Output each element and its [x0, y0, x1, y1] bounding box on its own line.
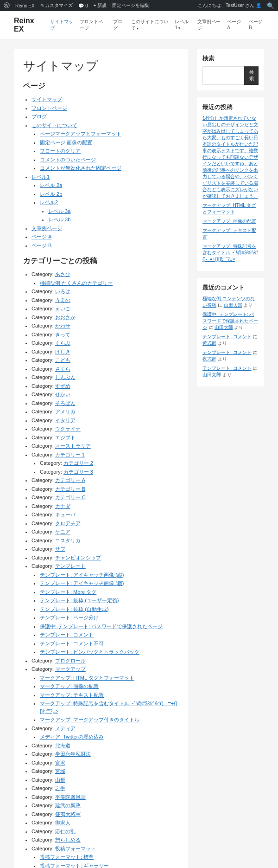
- search-input[interactable]: [202, 66, 244, 85]
- category-link[interactable]: 征夷大将軍: [55, 811, 81, 817]
- nav-item[interactable]: ページ B: [249, 19, 264, 32]
- category-link[interactable]: カテゴリー C: [55, 495, 86, 500]
- category-link[interactable]: カテゴリー B: [55, 486, 85, 492]
- category-link[interactable]: しんぶん: [55, 374, 76, 380]
- page-link[interactable]: ページ A: [32, 234, 51, 239]
- page-link[interactable]: レベル1: [32, 174, 50, 180]
- category-link[interactable]: カテゴリー 2: [63, 460, 93, 466]
- category-link[interactable]: オーストラリア: [55, 443, 91, 449]
- category-link[interactable]: 御家人: [55, 820, 70, 825]
- page-link[interactable]: フロートのクリア: [40, 148, 81, 154]
- page-link[interactable]: サイトマップ: [32, 96, 62, 102]
- category-link[interactable]: クロアチア: [55, 521, 81, 526]
- recent-post-link[interactable]: マークアップ: 画像の配置: [202, 219, 256, 224]
- post-link[interactable]: テンプレート: アイキャッチ画像 (横): [40, 580, 124, 586]
- category-link[interactable]: カテゴリー 3: [63, 469, 93, 475]
- nav-item[interactable]: レベル1▾: [175, 19, 191, 32]
- page-link[interactable]: 文章例ページ: [32, 225, 62, 231]
- comment-author-link[interactable]: 山田太郎: [215, 325, 233, 330]
- category-link[interactable]: 北海道: [55, 743, 70, 748]
- page-link[interactable]: レベル 2b: [40, 191, 62, 197]
- search-button[interactable]: 検索: [244, 66, 259, 85]
- category-link[interactable]: あさひ: [55, 271, 70, 277]
- category-link[interactable]: カテゴリー A: [55, 477, 85, 483]
- wp-logo-icon[interactable]: ⓦ: [4, 1, 10, 10]
- category-link[interactable]: おおさか: [55, 315, 76, 320]
- category-link[interactable]: そろばん: [55, 400, 76, 406]
- admin-site-name[interactable]: Reinx EX: [15, 3, 35, 8]
- comment-author-link[interactable]: 夜式部: [202, 356, 216, 361]
- search-icon[interactable]: 🔍: [267, 2, 274, 9]
- comment-post-link[interactable]: テンプレート: コメント: [202, 334, 252, 339]
- post-link[interactable]: マークアップ: マークアップ付きのタイトル: [40, 717, 139, 722]
- category-link[interactable]: エジプト: [55, 435, 76, 440]
- nav-item[interactable]: このサイトについて▾: [131, 19, 168, 32]
- admin-comments[interactable]: 💬 0: [78, 3, 88, 8]
- recent-post-link[interactable]: マークアップ: テキスト配置: [202, 228, 256, 239]
- post-link[interactable]: 極端な例 たくさんのカテゴリー: [40, 280, 113, 286]
- comment-post-link[interactable]: テンプレート: コメント: [202, 366, 252, 371]
- category-link[interactable]: 山形: [55, 777, 65, 783]
- page-link[interactable]: 固定ページ 画像の配置: [40, 140, 92, 145]
- category-link[interactable]: 投稿フォーマット: [55, 846, 96, 851]
- comment-post-link[interactable]: テンプレート: コメント: [202, 350, 252, 355]
- category-link[interactable]: サブ: [55, 546, 65, 552]
- admin-new[interactable]: + 新規: [94, 2, 107, 9]
- post-link[interactable]: 保護中: テンプレート: パスワードで保護されたページ: [40, 624, 163, 629]
- category-link[interactable]: さくら: [55, 366, 70, 372]
- category-link[interactable]: 坐田永年私財法: [55, 751, 91, 757]
- category-link[interactable]: 岩手: [55, 785, 65, 791]
- category-link[interactable]: チャンピオンシップ: [55, 555, 101, 560]
- comment-author-link[interactable]: 山田太郎: [202, 372, 221, 377]
- post-link[interactable]: テンプレート: 抜粋 (自動生成): [40, 606, 109, 612]
- category-link[interactable]: マークアップ: [55, 666, 86, 672]
- category-link[interactable]: カナダ: [55, 503, 70, 509]
- category-link[interactable]: きって: [55, 332, 70, 337]
- comment-author-link[interactable]: 紫式部: [202, 341, 216, 346]
- post-link[interactable]: マークアップ: 特殊記号を含むタイトル ~`!@#$%^&*()-_=+{}[]…: [40, 701, 177, 714]
- nav-item[interactable]: フロントページ: [80, 19, 107, 32]
- category-link[interactable]: くらぶ: [55, 340, 70, 346]
- category-link[interactable]: コスタリカ: [55, 538, 81, 543]
- post-link[interactable]: テンプレート: アイキャッチ画像 (縦): [40, 572, 124, 578]
- admin-customize[interactable]: ✎ カスタマイズ: [40, 2, 73, 9]
- category-link[interactable]: 建武の新政: [55, 803, 81, 808]
- page-link[interactable]: ブログ: [32, 114, 47, 119]
- page-link[interactable]: レベル 3b: [48, 217, 70, 222]
- nav-item[interactable]: 文章例ページ: [197, 19, 221, 32]
- recent-post-link[interactable]: マークアップ: 特殊記号を含むタイトル ~`!@#$%^&*()-_=+{}[]…: [202, 244, 258, 262]
- post-link[interactable]: テンプレート: More タグ: [40, 589, 96, 595]
- category-link[interactable]: キューバ: [55, 512, 76, 517]
- category-link[interactable]: ウクライナ: [55, 426, 81, 431]
- site-title[interactable]: Reinx EX: [14, 17, 42, 33]
- category-link[interactable]: せかい: [55, 392, 70, 397]
- admin-edit-page[interactable]: 固定ページを編集: [112, 2, 149, 9]
- category-link[interactable]: すずめ: [55, 383, 70, 389]
- category-link[interactable]: メディア: [55, 726, 76, 731]
- post-link[interactable]: マークアップ: テキスト配置: [40, 692, 104, 698]
- page-link[interactable]: レベル 2a: [40, 182, 62, 188]
- category-link[interactable]: こども: [55, 357, 70, 363]
- category-link[interactable]: ブログロール: [55, 658, 86, 663]
- post-link[interactable]: メディア: Twitterの埋め込み: [40, 734, 104, 739]
- category-link[interactable]: けしき: [55, 349, 70, 354]
- post-link[interactable]: テンプレート: 抜粋 (ユーザー定義): [40, 598, 119, 603]
- category-link[interactable]: 宮沢: [55, 760, 65, 765]
- category-link[interactable]: イタリア: [55, 418, 76, 423]
- category-link[interactable]: 宮城: [55, 768, 65, 774]
- page-link[interactable]: ページ B: [32, 243, 51, 248]
- post-link[interactable]: テンプレート: コメント不可: [40, 641, 104, 646]
- category-link[interactable]: 応仁の乱: [55, 829, 76, 834]
- recent-post-link[interactable]: 1行分しか想定されていない見出しのデザインだと文字がはみ出してしまってあら大変。…: [202, 116, 258, 199]
- page-link[interactable]: ページマークアップとフォーマット: [40, 131, 121, 136]
- category-link[interactable]: かわせ: [55, 323, 70, 328]
- nav-item[interactable]: サイトマップ: [50, 19, 73, 32]
- recent-post-link[interactable]: マークアップ: HTML タグとフォーマット: [202, 203, 256, 214]
- category-link[interactable]: テンプレート: [55, 563, 86, 569]
- category-link[interactable]: いろは: [55, 289, 70, 294]
- post-link[interactable]: 投稿フォーマット: ギャラリー: [40, 863, 109, 868]
- page-link[interactable]: コメントのついたページ: [40, 157, 96, 162]
- category-link[interactable]: えいご: [55, 306, 70, 311]
- category-link[interactable]: 惣らしめる: [55, 837, 81, 842]
- page-link[interactable]: レベル 3a: [48, 208, 70, 214]
